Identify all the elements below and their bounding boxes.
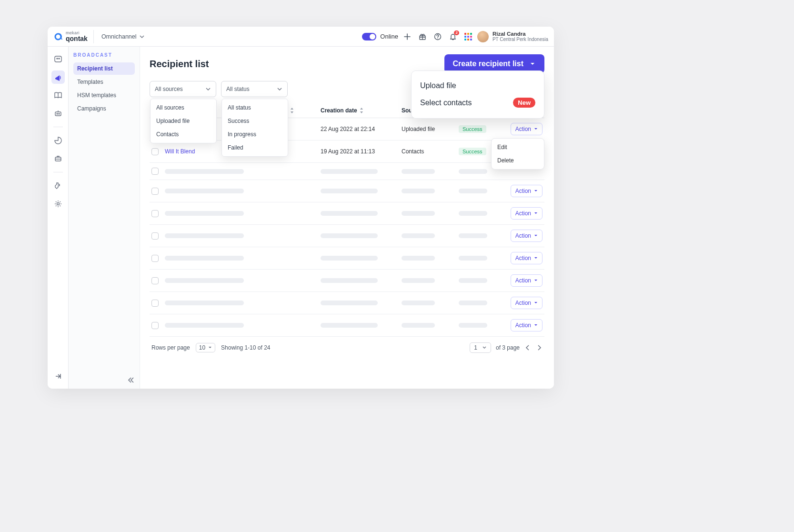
row-source: Contacts — [402, 148, 459, 155]
user-name: Rizal Candra — [492, 31, 548, 37]
table-row: Action — [150, 314, 544, 337]
action-delete[interactable]: Delete — [492, 154, 544, 167]
page-suffix: of 3 page — [496, 344, 520, 351]
gift-icon[interactable] — [418, 32, 427, 41]
nav-recipient-list[interactable]: Recipient list — [73, 62, 135, 75]
caret-down-icon — [208, 346, 212, 350]
help-icon[interactable] — [433, 32, 442, 41]
table-row — [150, 163, 544, 180]
row-checkbox[interactable] — [151, 148, 159, 155]
apps-grid-icon[interactable] — [464, 32, 472, 41]
row-checkbox[interactable] — [151, 232, 159, 240]
rail-plugin-icon[interactable] — [51, 179, 65, 192]
rail-expand-icon[interactable] — [51, 370, 65, 383]
status-badge: Success — [459, 148, 486, 155]
topbar: mekari qontak Omnichannel Online 2 — [48, 27, 554, 47]
nav-templates[interactable]: Templates — [73, 76, 135, 88]
chevron-down-icon — [277, 86, 282, 92]
rail-settings-icon[interactable] — [51, 197, 65, 211]
table-row: Action — [150, 202, 544, 225]
online-toggle[interactable]: Online — [362, 33, 398, 40]
subnav-collapse-icon[interactable] — [127, 376, 135, 384]
rail-briefcase-icon[interactable] — [51, 152, 65, 165]
row-checkbox[interactable] — [151, 300, 159, 307]
sort-icon[interactable] — [290, 108, 294, 113]
row-action-button[interactable]: Action — [511, 123, 543, 135]
create-dropdown: Upload file Select contacts New — [411, 70, 544, 119]
filter-source-label: All sources — [155, 86, 183, 92]
table-row: Will It Blend 49 19 Aug 2022 at 11:13 Co… — [150, 141, 544, 163]
filter-status-dropdown: All status Success In progress Failed — [221, 99, 288, 157]
row-date: 19 Aug 2022 at 11:13 — [321, 148, 402, 155]
create-select-label: Select contacts — [420, 99, 472, 107]
row-checkbox[interactable] — [151, 168, 159, 175]
table-row: Action — [150, 292, 544, 314]
filter-source-dropdown: All sources Uploaded file Contacts — [150, 99, 217, 143]
user-menu[interactable]: Rizal Candra PT Central Perk Indonesia — [477, 31, 548, 42]
filter-status-select[interactable]: All status All status Success In progres… — [221, 81, 288, 97]
table-row: Action — [150, 247, 544, 270]
caret-down-icon — [529, 60, 536, 67]
chevron-down-icon — [140, 34, 144, 39]
rows-per-page-label: Rows per page — [151, 344, 190, 351]
toggle-switch[interactable] — [362, 33, 376, 40]
rail-bot-icon[interactable] — [51, 107, 65, 120]
prev-page-icon[interactable] — [524, 344, 531, 351]
row-action-button[interactable]: Action — [511, 274, 543, 287]
rail-inbox-icon[interactable] — [51, 52, 65, 66]
caret-down-icon — [534, 323, 538, 327]
page-select[interactable]: 1 — [470, 342, 491, 353]
status-option-success[interactable]: Success — [222, 114, 288, 128]
online-label: Online — [380, 33, 398, 40]
create-select-contacts[interactable]: Select contacts New — [419, 94, 536, 111]
nav-hsm-templates[interactable]: HSM templates — [73, 89, 135, 101]
channel-selector[interactable]: Omnichannel — [101, 33, 144, 40]
row-checkbox[interactable] — [151, 210, 159, 217]
status-option-all[interactable]: All status — [222, 101, 288, 114]
subnav-title: BROADCAST — [73, 52, 135, 58]
row-checkbox[interactable] — [151, 322, 159, 329]
sort-icon[interactable] — [359, 108, 364, 113]
nav-campaigns[interactable]: Campaigns — [73, 102, 135, 115]
filter-status-label: All status — [226, 86, 250, 92]
add-icon[interactable] — [403, 32, 412, 41]
row-checkbox[interactable] — [151, 277, 159, 284]
caret-down-icon — [534, 279, 538, 282]
row-action-button[interactable]: Action — [511, 252, 543, 264]
svg-point-4 — [59, 58, 60, 59]
rail-book-icon[interactable] — [51, 89, 65, 102]
qontak-logo-icon — [53, 32, 63, 41]
row-name-link[interactable]: Will It Blend — [165, 148, 195, 155]
rail-broadcast-icon[interactable] — [51, 70, 65, 84]
row-action-button[interactable]: Action — [511, 185, 543, 197]
caret-down-icon — [534, 256, 538, 260]
row-action-button[interactable]: Action — [511, 297, 543, 309]
row-checkbox[interactable] — [151, 188, 159, 195]
row-action-button[interactable]: Action — [511, 319, 543, 331]
rail-reports-icon[interactable] — [51, 134, 65, 147]
svg-point-7 — [59, 113, 60, 114]
row-date: 22 Aug 2022 at 22:14 — [321, 126, 402, 132]
notification-bell-icon[interactable]: 2 — [449, 32, 457, 41]
svg-rect-5 — [55, 112, 61, 116]
next-page-icon[interactable] — [536, 344, 543, 351]
subnav: BROADCAST Recipient list Templates HSM t… — [69, 47, 140, 389]
brand-line2: qontak — [66, 35, 88, 42]
create-upload-file[interactable]: Upload file — [419, 78, 536, 94]
channel-selector-label: Omnichannel — [101, 33, 137, 40]
primary-button-label: Create recipient list — [453, 60, 524, 68]
row-action-button[interactable]: Action — [511, 230, 543, 242]
filter-source-select[interactable]: All sources All sources Uploaded file Co… — [150, 81, 216, 97]
source-option-contacts[interactable]: Contacts — [151, 128, 216, 141]
rows-per-page-select[interactable]: 10 — [196, 343, 215, 352]
source-option-uploaded[interactable]: Uploaded file — [151, 114, 216, 128]
row-source: Uploaded file — [402, 126, 459, 132]
source-option-all[interactable]: All sources — [151, 101, 216, 114]
status-option-inprogress[interactable]: In progress — [222, 128, 288, 141]
pagination: Rows per page 10 Showing 1-10 of 24 1 of… — [150, 337, 544, 359]
row-checkbox[interactable] — [151, 255, 159, 262]
action-edit[interactable]: Edit — [492, 141, 544, 154]
svg-point-9 — [57, 203, 59, 205]
row-action-button[interactable]: Action — [511, 207, 543, 220]
status-option-failed[interactable]: Failed — [222, 141, 288, 154]
